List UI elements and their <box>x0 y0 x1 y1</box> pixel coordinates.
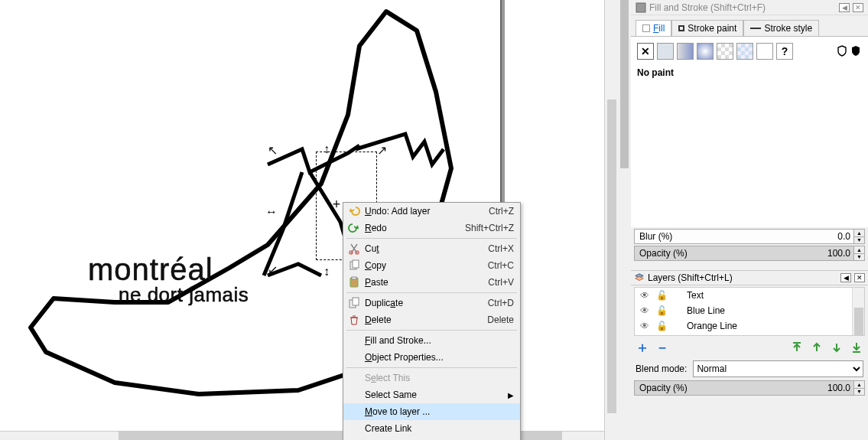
svg-rect-8 <box>636 3 645 12</box>
blend-mode-select[interactable]: Normal <box>693 360 863 377</box>
panel-iconify-button[interactable]: ◀ <box>839 3 850 12</box>
ctx-delete[interactable]: Delete Delete <box>343 311 520 328</box>
no-paint-label: No paint <box>637 67 862 78</box>
dock-scrollbar[interactable] <box>618 0 631 440</box>
shield-outline-icon[interactable] <box>836 44 848 59</box>
fill-stroke-title: Fill and Stroke (Shift+Ctrl+F) ◀ ✕ <box>631 0 868 15</box>
ctx-move-to-layer[interactable]: Move to layer ... <box>343 403 520 420</box>
layers-scrollbar[interactable] <box>852 288 864 335</box>
layers-opacity-spinner[interactable]: ▲▼ <box>853 381 864 395</box>
context-menu: Undo: Add layer Ctrl+Z Redo Shift+Ctrl+Z… <box>343 202 521 440</box>
ctx-set-mask[interactable]: Set Mask <box>343 437 520 440</box>
ctx-duplicate[interactable]: Duplicate Ctrl+D <box>343 295 520 311</box>
layers-list[interactable]: 👁 🔓 Text 👁 🔓 Blue Line 👁 🔓 Orange Line <box>634 287 865 336</box>
blur-field[interactable]: Blur (%) 0.0 ▲▼ <box>634 229 865 244</box>
layer-row[interactable]: 👁 🔓 Text <box>635 288 864 303</box>
ctx-cut[interactable]: Cut Ctrl+X <box>343 240 520 257</box>
layer-buttons: ＋ － <box>631 337 868 357</box>
paint-radial-button[interactable] <box>697 43 714 60</box>
lock-icon[interactable]: 🔓 <box>656 305 667 316</box>
paint-help-button[interactable]: ? <box>776 43 793 60</box>
fs-opacity-field[interactable]: Opacity (%) 100.0 ▲▼ <box>634 246 865 261</box>
ctx-create-link[interactable]: Create Link <box>343 420 520 437</box>
canvas-vertical-scrollbar[interactable] <box>604 0 618 440</box>
undo-icon <box>346 205 362 217</box>
canvas-text-line2: ne dort jamais <box>119 283 249 307</box>
redo-icon <box>346 222 362 234</box>
layers-icon <box>634 272 645 283</box>
paint-type-row: ✕ ? <box>637 43 862 60</box>
svg-rect-5 <box>352 277 356 279</box>
paint-unknown-button[interactable] <box>756 43 773 60</box>
paint-swatch-button[interactable] <box>736 43 753 60</box>
layers-opacity-field[interactable]: Opacity (%) 100.0 ▲▼ <box>634 380 865 396</box>
layers-iconify-button[interactable]: ◀ <box>840 273 851 282</box>
ctx-copy[interactable]: Copy Ctrl+C <box>343 257 520 274</box>
delete-icon <box>346 314 362 326</box>
svg-rect-3 <box>353 260 359 268</box>
layer-up-button[interactable] <box>810 341 824 354</box>
ctx-fill-stroke[interactable]: Fill and Stroke... <box>343 332 520 349</box>
layer-row[interactable]: 👁 🔓 Orange Line <box>635 318 864 334</box>
tab-stroke-style[interactable]: Stroke style <box>743 20 819 37</box>
layer-down-button[interactable] <box>830 341 844 354</box>
layer-row[interactable]: 👁 🔓 Blue Line <box>635 303 864 318</box>
tab-stroke-paint[interactable]: Stroke paint <box>671 20 743 37</box>
svg-rect-7 <box>353 298 359 305</box>
blend-mode-label: Blend mode: <box>636 363 687 374</box>
layer-to-top-button[interactable] <box>790 341 804 354</box>
right-dock: Fill and Stroke (Shift+Ctrl+F) ◀ ✕ Fill … <box>631 0 868 440</box>
paint-pattern-button[interactable] <box>717 43 733 60</box>
ctx-select-this: Select This <box>343 370 520 386</box>
paint-linear-button[interactable] <box>677 43 694 60</box>
duplicate-icon <box>346 297 362 309</box>
paint-flat-button[interactable] <box>657 43 674 60</box>
ctx-object-properties[interactable]: Object Properties... <box>343 349 520 366</box>
visibility-icon[interactable]: 👁 <box>639 321 650 331</box>
blend-mode-row: Blend mode: Normal <box>636 360 863 377</box>
ctx-redo[interactable]: Redo Shift+Ctrl+Z <box>343 220 520 236</box>
layer-to-bottom-button[interactable] <box>850 341 863 354</box>
panel-close-button[interactable]: ✕ <box>853 3 863 12</box>
cut-icon <box>346 243 362 255</box>
blur-spinner[interactable]: ▲▼ <box>853 230 864 243</box>
canvas-text-line1: montréal <box>88 253 213 287</box>
submenu-arrow-icon: ▶ <box>508 391 514 399</box>
paint-none-button[interactable]: ✕ <box>637 43 654 60</box>
layers-close-button[interactable]: ✕ <box>854 273 865 282</box>
ctx-undo[interactable]: Undo: Add layer Ctrl+Z <box>343 203 520 220</box>
lock-icon[interactable]: 🔓 <box>656 290 667 301</box>
copy-icon <box>346 259 362 272</box>
canvas-area: montréal ne dort jamais ↖ ↕ ↗ ↔ + ↔ ↙ ↕ … <box>0 0 618 440</box>
tab-fill[interactable]: Fill <box>636 20 671 37</box>
visibility-icon[interactable]: 👁 <box>639 290 650 301</box>
ctx-select-same[interactable]: Select Same ▶ <box>343 386 520 403</box>
shield-filled-icon[interactable] <box>850 44 862 59</box>
visibility-icon[interactable]: 👁 <box>639 305 650 316</box>
fill-stroke-icon <box>636 2 646 13</box>
paste-icon <box>346 276 362 288</box>
lock-icon[interactable]: 🔓 <box>656 321 667 331</box>
layers-title: Layers (Shift+Ctrl+L) ◀ ✕ <box>631 270 868 285</box>
fill-stroke-panel: Fill and Stroke (Shift+Ctrl+F) ◀ ✕ Fill … <box>631 0 868 261</box>
add-layer-button[interactable]: ＋ <box>636 341 649 354</box>
fs-opacity-spinner[interactable]: ▲▼ <box>853 246 864 260</box>
layers-panel: Layers (Shift+Ctrl+L) ◀ ✕ 👁 🔓 Text 👁 🔓 B… <box>631 270 868 396</box>
ctx-paste[interactable]: Paste Ctrl+V <box>343 274 520 291</box>
remove-layer-button[interactable]: － <box>655 341 669 354</box>
